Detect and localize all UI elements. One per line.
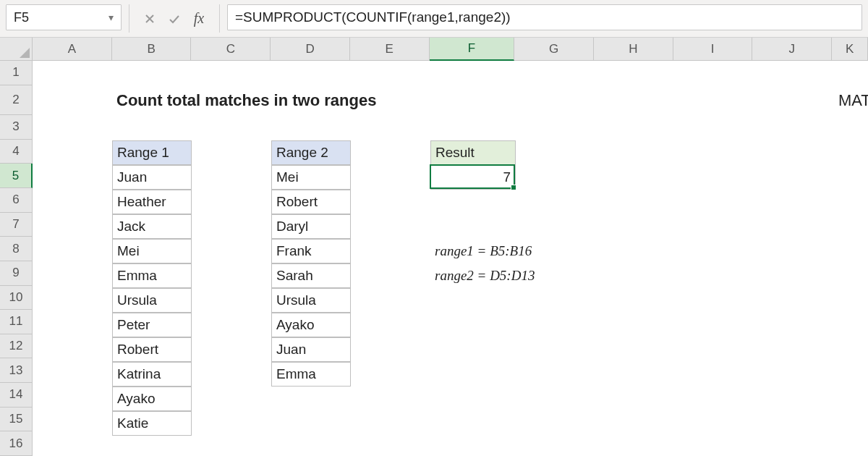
row-header-5[interactable]: 5 — [0, 164, 33, 188]
row-header-4[interactable]: 4 — [0, 140, 33, 164]
cancel-icon[interactable] — [142, 6, 157, 32]
column-header-B[interactable]: B — [112, 38, 192, 61]
row-header-8[interactable]: 8 — [0, 237, 33, 261]
range1-cell[interactable]: Ursula — [112, 288, 192, 313]
result-header: Result — [430, 140, 516, 165]
range2-cell[interactable]: Ayako — [271, 313, 351, 337]
result-cell[interactable]: 7 — [430, 165, 516, 190]
chevron-down-icon[interactable]: ▾ — [109, 12, 114, 23]
range2-cell[interactable]: Daryl — [271, 214, 351, 239]
divider — [219, 4, 220, 33]
column-header-I[interactable]: I — [673, 38, 753, 61]
row-headers: 12345678910111213141516 — [0, 61, 33, 456]
row-header-7[interactable]: 7 — [0, 213, 33, 237]
range2-cell[interactable]: Juan — [271, 337, 351, 362]
cells-area: Count total matches in two rangesMATCRan… — [33, 61, 868, 456]
range1-cell[interactable]: Ayako — [112, 387, 192, 411]
row-header-6[interactable]: 6 — [0, 188, 33, 213]
formula-text: =SUMPRODUCT(COUNTIF(range1,range2)) — [235, 9, 511, 25]
range1-cell[interactable]: Katrina — [112, 362, 192, 387]
name-box[interactable]: F5 ▾ — [6, 4, 122, 30]
select-all-corner[interactable] — [0, 38, 33, 61]
row-header-1[interactable]: 1 — [0, 61, 33, 85]
range1-cell[interactable]: Heather — [112, 190, 192, 214]
row-header-15[interactable]: 15 — [0, 408, 33, 432]
row-header-9[interactable]: 9 — [0, 261, 33, 286]
range1-cell[interactable]: Robert — [112, 337, 192, 362]
column-header-A[interactable]: A — [33, 38, 112, 61]
column-header-F[interactable]: F — [430, 38, 515, 61]
range1-cell[interactable]: Emma — [112, 263, 192, 288]
enter-icon[interactable] — [167, 6, 182, 32]
row-header-11[interactable]: 11 — [0, 310, 33, 334]
range1-cell[interactable]: Katie — [112, 411, 192, 436]
range2-cell[interactable]: Ursula — [271, 288, 351, 313]
row-header-13[interactable]: 13 — [0, 358, 33, 383]
name-box-value: F5 — [14, 10, 29, 25]
column-header-C[interactable]: C — [191, 38, 271, 61]
column-header-G[interactable]: G — [514, 38, 594, 61]
range2-cell[interactable]: Emma — [271, 362, 351, 387]
row-header-3[interactable]: 3 — [0, 115, 33, 140]
note-range1: range1 = B5:B16 — [430, 239, 675, 263]
row-header-12[interactable]: 12 — [0, 334, 33, 359]
row-header-2[interactable]: 2 — [0, 85, 33, 116]
divider — [129, 4, 129, 33]
column-header-K[interactable]: K — [832, 38, 868, 61]
range1-header: Range 1 — [112, 140, 192, 165]
range1-cell[interactable]: Mei — [112, 239, 192, 263]
range2-cell[interactable]: Mei — [271, 165, 351, 190]
row-header-16[interactable]: 16 — [0, 431, 33, 456]
formula-input[interactable]: =SUMPRODUCT(COUNTIF(range1,range2)) — [227, 4, 862, 30]
fx-icon[interactable]: fx — [192, 6, 206, 32]
range1-cell[interactable]: Jack — [112, 214, 192, 239]
range2-header: Range 2 — [271, 140, 351, 165]
range1-cell[interactable]: Peter — [112, 313, 192, 337]
row-header-10[interactable]: 10 — [0, 286, 33, 311]
column-header-J[interactable]: J — [752, 38, 832, 61]
note-range2: range2 = D5:D13 — [430, 263, 675, 288]
formula-bar-buttons: fx — [137, 4, 212, 33]
column-header-D[interactable]: D — [271, 38, 350, 61]
match-label: MATC — [834, 85, 868, 116]
range2-cell[interactable]: Frank — [271, 239, 351, 263]
column-headers: ABCDEFGHIJK — [33, 38, 868, 61]
page-title: Count total matches in two ranges — [112, 85, 430, 116]
formula-bar: F5 ▾ fx =SUMPRODUCT(COUNTIF(range1,range… — [0, 0, 868, 38]
column-header-H[interactable]: H — [594, 38, 673, 61]
range2-cell[interactable]: Robert — [271, 190, 351, 214]
spreadsheet-grid[interactable]: ABCDEFGHIJK 12345678910111213141516 Coun… — [0, 38, 868, 456]
row-header-14[interactable]: 14 — [0, 383, 33, 408]
range2-cell[interactable]: Sarah — [271, 263, 351, 288]
column-header-E[interactable]: E — [350, 38, 430, 61]
range1-cell[interactable]: Juan — [112, 165, 192, 190]
